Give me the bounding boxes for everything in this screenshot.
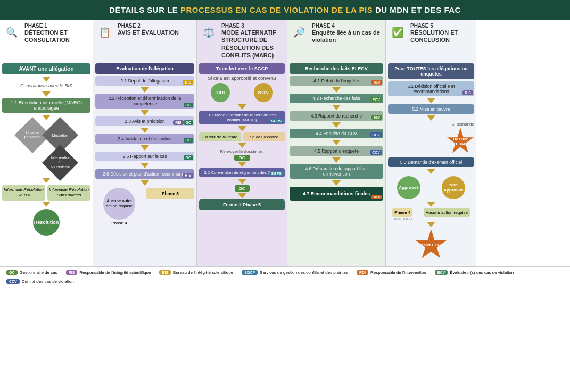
- p2-arr-2: [141, 110, 149, 115]
- p3-marc-step: 3.1 Mode alternatif de résolution des co…: [199, 111, 285, 124]
- p4-badge-2: ECV: [370, 97, 382, 102]
- phase-4-title: Enquête liée à un cas de violation: [312, 29, 383, 44]
- p3-arr-1: [238, 104, 246, 110]
- p4-arr-4: [332, 140, 341, 145]
- p3-arr-4: [238, 162, 246, 167]
- p1-avant-box: AVANT une allégation: [2, 63, 90, 74]
- p4-badge-4: CCV: [370, 132, 382, 137]
- p5-arr-3: [427, 169, 435, 174]
- p1-box-reussi: Informelle Résolution Réussi: [2, 185, 45, 201]
- p4-step-3: 4.3 Rapport de recherche ecv: [290, 111, 383, 121]
- p2-step-3: 2.3 Avis et précision RIS GC: [95, 116, 194, 126]
- p4-step-1: 4.1 Début de l'enquête RDI: [290, 76, 383, 86]
- p4-recommandations: 4.7 Recommandations finales RDI: [290, 187, 383, 201]
- p5-badge-1: RIS: [462, 90, 473, 95]
- p4-rdi-badge: RDI: [371, 195, 382, 199]
- p5-pour-toutes: Pour TOUTES les allégations ou enquêtes: [388, 63, 474, 79]
- phase-1-title-block: PHASE 1 DÉTECTION ET CONSULTATION: [24, 23, 90, 44]
- p1-box-sans-succes: Informelle Résolution Sans succès: [47, 185, 90, 201]
- p4-badge-1: RDI: [371, 80, 382, 85]
- p2-arr-3: [141, 128, 149, 133]
- p5-approuve-block: Approuvé: [397, 176, 420, 199]
- phase-4-title-block: PHASE 4 Enquête liée à un cas de violati…: [312, 23, 383, 44]
- p2-badge-3-gc: GC: [184, 120, 194, 125]
- p5-si-demande: Si demandé: [388, 122, 474, 127]
- phase-3-icon: ⚖️: [199, 23, 218, 42]
- p2-step-1: 2.1 Dépôt de l'allégation BIS: [95, 76, 194, 86]
- p5-aucune-block: Aucune action requise: [424, 208, 470, 221]
- p1-arrow-4: [42, 178, 51, 183]
- phase-3-num: PHASE 3: [221, 23, 285, 29]
- p2-phase3-box: Phase 3: [146, 188, 194, 199]
- p2-arr-1: [141, 87, 149, 93]
- p4-arr-2: [332, 105, 341, 110]
- p5-step-1: 5.1 Décision officielle et recommandatio…: [388, 81, 474, 96]
- legend-item-bis: BIS Bureau de l'intégrité scientifique: [159, 270, 233, 275]
- p3-reussite-box: En cas de réussite: [199, 132, 241, 141]
- p4-badge-3: ecv: [371, 115, 382, 120]
- phase-3-header: ⚖️ PHASE 3 MODE ALTERNATIF STRUCTURÉ DE …: [199, 23, 285, 60]
- p3-sgps-badge: SGPS: [269, 119, 284, 123]
- p3-si-text: Si cela est approprié et convenu: [199, 76, 285, 81]
- p2-arr-4: [141, 145, 149, 151]
- legend-label-bis: Bureau de l'intégrité scientifique: [173, 270, 233, 275]
- p5-arr-1: [427, 98, 435, 103]
- phase-4-icon: 🔎: [290, 23, 309, 42]
- legend-label-gc: Gestionnaire de cas: [20, 270, 57, 275]
- p3-ferme-phase5: Fermé à Phase 5: [199, 199, 285, 210]
- header-title-prefix: DÉTAILS SUR LE: [109, 5, 180, 14]
- legend: GC Gestionnaire de cas RIS Responsable d…: [0, 266, 570, 287]
- phase-3-column: ⚖️ PHASE 3 MODE ALTERNATIF STRUCTURÉ DE …: [197, 20, 287, 266]
- p5-arr-4: [427, 202, 435, 207]
- phases-container: 🔍 PHASE 1 DÉTECTION ET CONSULTATION AVAN…: [0, 20, 570, 266]
- p1-arrow-2: [42, 91, 51, 97]
- p1-bottom-boxes: Informelle Résolution Réussi Informelle …: [2, 185, 90, 201]
- p1-resolution-circle: Résolution: [33, 209, 60, 236]
- p3-arr-2: [238, 126, 246, 131]
- p2-badge-4: GC: [184, 138, 194, 143]
- p3-transfer-header: Transfert vers le SGCP: [199, 63, 285, 74]
- p5-dossier-ferme-star: Dossier FERMÉ: [388, 128, 474, 155]
- p4-step-2: 4.2 Recherche des faits ECV: [290, 94, 383, 103]
- p2-arr-5: [141, 163, 149, 168]
- p2-step-2: 2.2 Réception et détermination de la com…: [95, 94, 194, 109]
- p5-step-3: 5.3 Demande d'examen officiel: [388, 157, 474, 167]
- p3-renvoyer-text: Renvoyer le dossier au: [199, 149, 285, 154]
- legend-badge-sgcp: SGCP: [242, 270, 258, 275]
- legend-badge-ccv: CCV: [6, 279, 20, 284]
- p1-arrow-1: [42, 77, 51, 82]
- p2-no-action-circle: Aucune autre action requise: [103, 188, 135, 220]
- p1-diamond-initiative: Initiativepersonnel: [20, 122, 45, 176]
- p5-non-approuve-block: Non Approuvé: [442, 176, 465, 199]
- p1-arrow-3: [42, 115, 51, 120]
- phase-2-title: AVIS ET ÉVALUATION: [118, 29, 179, 36]
- phase-5-title-block: PHASE 5 RÉSOLUTION ET CONCLUSION: [410, 23, 474, 44]
- p3-echec-box: En cas d'échec: [243, 132, 285, 141]
- p4-arr-1: [332, 87, 341, 93]
- p1-arrow-5: [42, 202, 51, 207]
- p2-step-6: 2.6 Décision et plan d'action recommandé…: [95, 169, 194, 179]
- phase-1-num: PHASE 1: [24, 23, 90, 29]
- p1-consult-text: Consultation avec le BIS: [2, 83, 90, 88]
- p5-phase4-block: Phase 4 SMA BDDQ: [392, 208, 412, 221]
- legend-label-ccv: Comité des cas de violation: [22, 279, 74, 284]
- phase-1-column: 🔍 PHASE 1 DÉTECTION ET CONSULTATION AVAN…: [0, 20, 93, 266]
- legend-badge-rdi: RDI: [357, 270, 368, 275]
- p3-non-circle: NON: [254, 83, 273, 102]
- p5-dossier-ferme-icon: Dossier FERMÉ: [447, 128, 474, 155]
- legend-badge-gc: GC: [6, 270, 18, 275]
- p5-sma-label: SMA BDDQ: [392, 217, 412, 221]
- p4-step-6: 4.6 Préparation du rapport final d'inter…: [290, 164, 383, 179]
- phase-5-num: PHASE 5: [410, 23, 474, 29]
- p2-badge-2: GC: [184, 103, 194, 107]
- p5-bottom-row: Phase 4 SMA BDDQ Aucune action requise: [388, 208, 474, 221]
- legend-label-ecv: Évaluateur(s) des cas de violation: [450, 270, 514, 275]
- p3-outcome-row: En cas de réussite En cas d'échec: [199, 132, 285, 141]
- p5-phase4-box: Phase 4: [392, 208, 412, 217]
- p5-non-approuve-circle: Non Approuvé: [442, 176, 465, 199]
- p2-step-5: 2.5 Rapport sur le cas GC: [95, 152, 194, 161]
- phase-5-column: ✅ PHASE 5 RÉSOLUTION ET CONCLUSION Pour …: [386, 20, 476, 266]
- phase-2-icon: 📋: [95, 23, 114, 42]
- p4-badge-5: CCV: [370, 150, 382, 155]
- p5-arr-5: [427, 222, 435, 227]
